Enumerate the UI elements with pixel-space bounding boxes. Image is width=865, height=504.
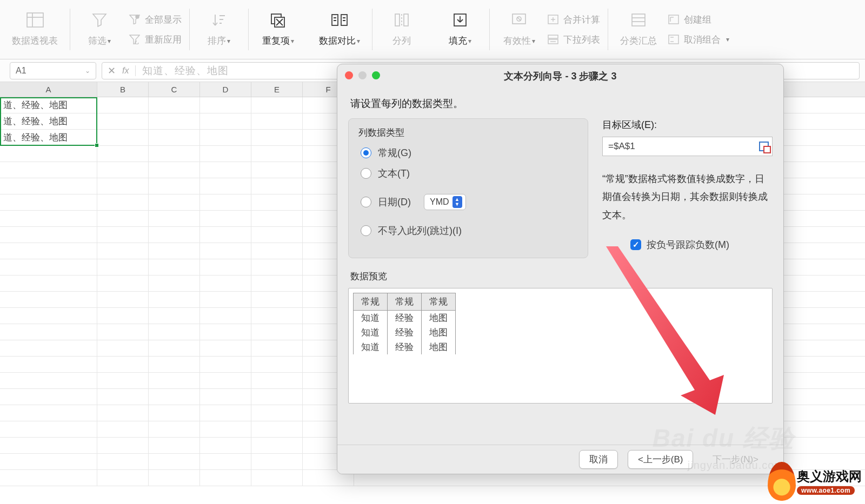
column-data-type-panel: 列数据类型 常规(G) 文本(T) 日期(D) YMD ▲▼: [348, 118, 588, 258]
reapply-label: 重新应用: [145, 33, 182, 46]
stepper-arrows-icon: ▲▼: [453, 196, 462, 208]
split-icon: [392, 12, 411, 28]
pivot-label: 数据透视表: [12, 35, 58, 47]
filter-button[interactable]: 筛选▾: [78, 10, 121, 49]
svg-rect-9: [341, 15, 347, 25]
previous-step-button[interactable]: <上一步(B): [628, 450, 694, 469]
dropdown-list-icon: [547, 35, 559, 44]
dialog-titlebar[interactable]: 文本分列向导 - 3 步骤之 3: [337, 64, 783, 88]
cell-ref: A1: [16, 66, 26, 76]
radio-general[interactable]: 常规(G): [361, 146, 576, 159]
consolidate-icon: [547, 15, 559, 24]
cancel-button[interactable]: 取消: [579, 450, 618, 469]
close-window-button[interactable]: [345, 71, 353, 79]
dropdown-list-label: 下拉列表: [563, 33, 600, 46]
data-type-group-label: 列数据类型: [358, 126, 578, 139]
col-header-C[interactable]: C: [149, 82, 200, 97]
minimize-window-button[interactable]: [358, 71, 367, 79]
preview-label: 数据预览: [350, 270, 773, 283]
target-region-value: =$A$1: [608, 141, 635, 152]
preview-cell: 地图: [422, 340, 456, 354]
next-step-button[interactable]: 下一步(N)>: [703, 451, 768, 468]
pivot-table-button[interactable]: 数据透视表: [8, 10, 62, 49]
target-region-input[interactable]: =$A$1: [602, 137, 773, 156]
group-label: 创建组: [684, 14, 711, 26]
preview-cell: 经验: [388, 311, 422, 326]
data-preview: 常规 常规 常规 知道 经验 地图 知道 经验 地图 知道 经验 地图: [348, 288, 773, 404]
radio-skip-label: 不导入此列(跳过)(I): [378, 224, 462, 237]
sort-button[interactable]: 排序▾: [197, 10, 241, 49]
validate-icon: [510, 12, 528, 28]
preview-cell: 经验: [388, 340, 422, 354]
formula-content: 知道、经验、地图: [142, 64, 229, 78]
compare-label: 数据对比: [319, 35, 356, 47]
compare-icon: [330, 12, 349, 28]
filter-label: 筛选: [88, 35, 107, 47]
radio-date[interactable]: 日期(D) YMD ▲▼: [361, 194, 576, 210]
name-box[interactable]: A1 ⌄: [10, 62, 96, 79]
target-region-label: 目标区域(E):: [602, 118, 773, 131]
fill-label: 填充: [449, 35, 467, 47]
svg-rect-22: [632, 14, 645, 26]
show-all-button[interactable]: 全部显示: [129, 14, 182, 26]
preview-header[interactable]: 常规: [354, 293, 388, 311]
fill-button[interactable]: 填充▾: [438, 10, 482, 49]
preview-cell: 地图: [422, 325, 456, 340]
show-all-label: 全部显示: [145, 14, 182, 26]
dedup-label: 重复项: [262, 35, 290, 47]
date-format-select[interactable]: YMD ▲▼: [424, 194, 466, 210]
zoom-window-button[interactable]: [372, 71, 380, 79]
preview-cell: 知道: [354, 311, 388, 326]
splitcol-label: 分列: [392, 35, 411, 47]
dialog-footer: 取消 <上一步(B) 下一步(N)>: [337, 445, 783, 474]
cancel-formula-icon[interactable]: ✕: [108, 65, 116, 77]
sort-icon: [210, 12, 228, 28]
radio-text[interactable]: 文本(T): [361, 167, 576, 180]
preview-cell: 知道: [354, 340, 388, 354]
preview-header[interactable]: 常规: [422, 293, 456, 311]
svg-rect-11: [404, 14, 408, 26]
dialog-instruction: 请设置每列的数据类型。: [350, 97, 773, 111]
group-icon: [668, 15, 680, 24]
group-button[interactable]: 创建组: [668, 14, 729, 26]
col-header-D[interactable]: D: [200, 82, 251, 97]
track-negative-checkbox[interactable]: ✓ 按负号跟踪负数(M): [630, 238, 773, 251]
validate-label: 有效性: [503, 35, 531, 47]
ribbon-toolbar: 数据透视表 筛选▾ 全部显示 重新应用: [0, 0, 865, 59]
chevron-down-icon: ⌄: [85, 67, 90, 75]
radio-general-label: 常规(G): [378, 146, 411, 159]
consolidate-button[interactable]: 合并计算: [547, 14, 600, 26]
validate-button[interactable]: 有效性▾: [497, 10, 541, 49]
funnel-clear-icon: [129, 15, 141, 24]
preview-cell: 知道: [354, 325, 388, 340]
preview-header[interactable]: 常规: [388, 293, 422, 311]
ungroup-button[interactable]: 取消组合▾: [668, 33, 729, 46]
svg-rect-8: [332, 15, 338, 25]
preview-table: 常规 常规 常规 知道 经验 地图 知道 经验 地图 知道 经验 地图: [353, 293, 456, 354]
split-column-button[interactable]: 分列: [380, 10, 423, 49]
col-header-B[interactable]: B: [97, 82, 149, 97]
sort-label: 排序: [208, 35, 226, 47]
dedup-button[interactable]: 重复项▾: [256, 10, 300, 49]
cell-A1[interactable]: 道、经验、地图: [0, 97, 97, 113]
preview-cell: 地图: [422, 311, 456, 326]
svg-rect-20: [548, 35, 558, 38]
dropdown-list-button[interactable]: 下拉列表: [547, 33, 600, 46]
svg-rect-28: [669, 35, 678, 44]
range-picker-icon[interactable]: [759, 142, 769, 151]
subtotal-button[interactable]: 分类汇总: [616, 10, 661, 49]
date-format-value: YMD: [430, 197, 449, 207]
data-compare-button[interactable]: 数据对比▾: [315, 10, 364, 49]
cell-A3[interactable]: 道、经验、地图: [0, 130, 97, 145]
radio-skip[interactable]: 不导入此列(跳过)(I): [361, 224, 576, 237]
reapply-button[interactable]: 重新应用: [129, 33, 182, 46]
cell-A2[interactable]: 道、经验、地图: [0, 113, 97, 129]
checkbox-checked-icon: ✓: [630, 239, 641, 250]
subtotal-label: 分类汇总: [620, 35, 657, 47]
svg-line-16: [517, 17, 521, 21]
radio-icon: [361, 197, 371, 207]
col-header-E[interactable]: E: [251, 82, 303, 97]
radio-icon: [361, 168, 371, 179]
col-header-A[interactable]: A: [0, 82, 97, 97]
fx-label[interactable]: fx: [122, 66, 129, 76]
